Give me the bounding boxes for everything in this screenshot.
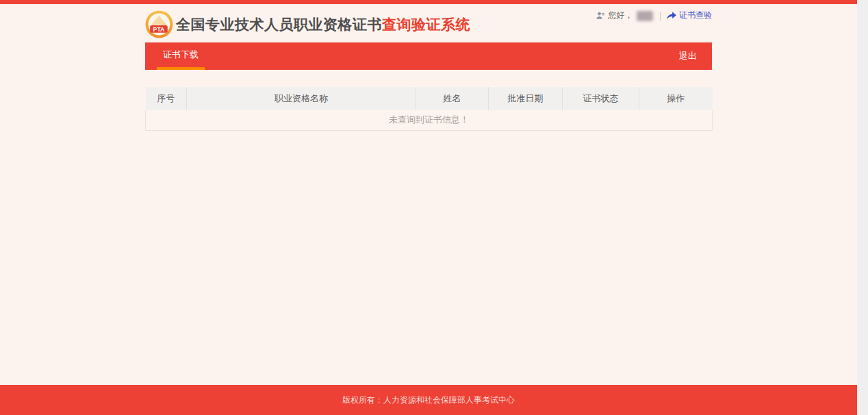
forward-arrow-icon bbox=[667, 12, 676, 20]
tab-certificate-download-label: 证书下载 bbox=[163, 49, 199, 61]
page-title: 全国专业技术人员职业资格证书查询验证系统 bbox=[176, 15, 470, 34]
pta-logo-text: PTA bbox=[153, 26, 165, 33]
empty-message: 未查询到证书信息！ bbox=[146, 110, 713, 130]
page-title-main: 全国专业技术人员职业资格证书 bbox=[176, 16, 382, 32]
column-header-certificate-status: 证书状态 bbox=[563, 87, 639, 110]
logout-button[interactable]: 退出 bbox=[679, 42, 712, 70]
footer: 版权所有：人力资源和社会保障部人事考试中心 bbox=[0, 385, 857, 415]
column-header-name: 姓名 bbox=[416, 87, 489, 110]
column-header-index: 序号 bbox=[146, 87, 187, 110]
table-header-row: 序号 职业资格名称 姓名 批准日期 证书状态 操作 bbox=[146, 87, 713, 110]
page-viewport: PTA 全国专业技术人员职业资格证书查询验证系统 您好， ███ | 证书查验 bbox=[0, 0, 857, 415]
certificate-table: 序号 职业资格名称 姓名 批准日期 证书状态 操作 未查询到证书信息！ bbox=[145, 87, 713, 131]
user-icon bbox=[596, 11, 605, 21]
tab-certificate-download[interactable]: 证书下载 bbox=[157, 42, 205, 70]
certificate-table-section: 序号 职业资格名称 姓名 批准日期 证书状态 操作 未查询到证书信息！ bbox=[145, 87, 712, 131]
user-name-redacted: ███ bbox=[637, 11, 652, 21]
column-header-qualification-name: 职业资格名称 bbox=[187, 87, 416, 110]
page-title-accent: 查询验证系统 bbox=[382, 16, 470, 32]
nav-bar: 证书下载 退出 bbox=[145, 42, 712, 70]
column-header-approval-date: 批准日期 bbox=[489, 87, 563, 110]
column-header-operation: 操作 bbox=[639, 87, 713, 110]
pta-logo-icon: PTA bbox=[145, 10, 173, 38]
logout-label: 退出 bbox=[679, 50, 697, 62]
table-empty-row: 未查询到证书信息！ bbox=[146, 110, 713, 130]
user-bar: 您好， ███ | 证书查验 bbox=[596, 10, 712, 21]
certificate-verify-label: 证书查验 bbox=[679, 10, 712, 21]
scrollbar-track[interactable] bbox=[857, 0, 868, 415]
certificate-verify-link[interactable]: 证书查验 bbox=[667, 10, 712, 21]
copyright-text: 版权所有：人力资源和社会保障部人事考试中心 bbox=[342, 394, 515, 406]
greeting-text: 您好， bbox=[608, 10, 633, 21]
divider: | bbox=[659, 11, 661, 21]
header: PTA 全国专业技术人员职业资格证书查询验证系统 您好， ███ | 证书查验 bbox=[145, 4, 712, 42]
